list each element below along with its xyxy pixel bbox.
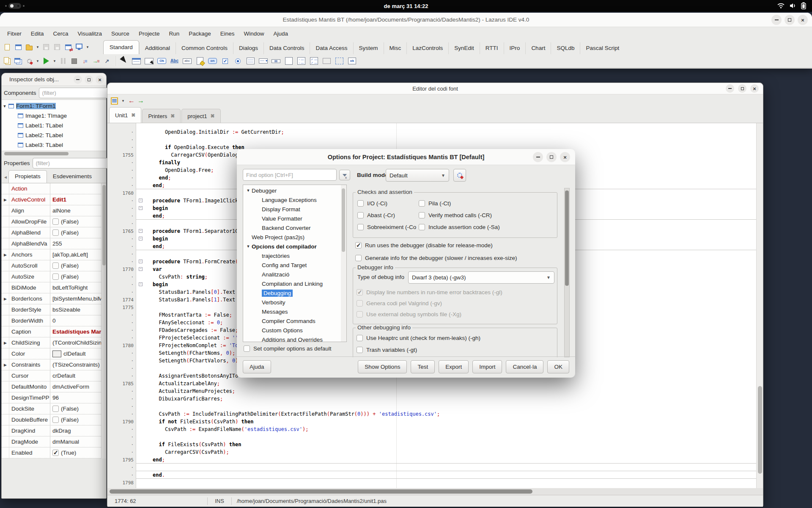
property-row-action[interactable]: Action xyxy=(2,183,106,194)
test-button[interactable]: Test xyxy=(411,360,435,373)
expand-arrow-icon[interactable]: ▶ xyxy=(2,194,9,205)
save-all-icon[interactable] xyxy=(52,41,62,52)
property-row-childsizing[interactable]: ▶ChildSizing(TControlChildSizin xyxy=(2,337,106,348)
palette-checkgroup-icon[interactable]: ✓ —✓ — xyxy=(308,55,320,67)
checkbox-icon[interactable] xyxy=(357,311,363,318)
code-line[interactable]: ·end. xyxy=(107,471,756,479)
palette-scrollbar-icon[interactable] xyxy=(270,55,282,67)
code-line[interactable]: · DibuixarGraficBarres; xyxy=(107,395,756,403)
property-row-alphablend[interactable]: AlphaBlend(False) xyxy=(2,227,106,238)
step-out-icon[interactable]: ↗ xyxy=(102,55,112,66)
property-row-designtimepp[interactable]: DesignTimePP96 xyxy=(2,392,106,403)
palette-tab-common-controls[interactable]: Common Controls xyxy=(176,42,233,54)
options-tree-item-compilation-and-linking[interactable]: Compilation and Linking xyxy=(243,279,346,288)
editor-title-bar[interactable]: Editor del codi font × xyxy=(107,83,763,94)
checkbox-icon[interactable] xyxy=(419,200,425,207)
property-row-cursor[interactable]: CursorcrDefault xyxy=(2,370,106,381)
property-row-constraints[interactable]: ▶Constraints(TSizeConstraints) xyxy=(2,359,106,370)
menu-item-window[interactable]: Window xyxy=(239,29,269,39)
palette-tab-chart[interactable]: Chart xyxy=(525,42,551,54)
options-tree-item-value-formatter[interactable]: Value Formatter xyxy=(243,214,346,223)
property-value[interactable]: [akTop,akLeft] xyxy=(50,251,106,258)
property-row-alphablendva[interactable]: AlphaBlendVa255 xyxy=(2,238,106,249)
property-row-docksite[interactable]: DockSite(False) xyxy=(2,403,106,414)
check-genera-codi-pel-valgrind-gv[interactable]: Genera codi pel Valgrind (-gv) xyxy=(357,300,442,306)
wifi-icon[interactable] xyxy=(777,3,785,9)
activities-indicator[interactable] xyxy=(5,3,25,9)
back-icon[interactable]: ← xyxy=(128,97,135,105)
code-line[interactable]: · xyxy=(107,464,756,471)
property-value[interactable]: (False) xyxy=(50,417,106,423)
ok-button[interactable]: OK xyxy=(547,360,569,373)
property-row-enabled[interactable]: Enabled(True) xyxy=(2,447,106,458)
inspector-tab-esdeveniments[interactable]: Esdeveniments xyxy=(47,171,98,183)
code-line[interactable]: · ActualitzarMenuProjectes; xyxy=(107,387,756,395)
checkbox-icon[interactable] xyxy=(52,273,59,280)
minimize-button[interactable] xyxy=(771,15,782,25)
close-tab-icon[interactable]: ✖ xyxy=(211,113,215,119)
find-option-input[interactable] xyxy=(243,169,337,181)
show-options-button[interactable]: Show Options xyxy=(358,360,407,373)
checkbox-icon[interactable] xyxy=(52,218,59,225)
options-tree-item-web-project-pas2js[interactable]: Web Project (pas2js) xyxy=(243,232,346,242)
menu-item-source[interactable]: Source xyxy=(107,29,134,39)
close-button[interactable]: × xyxy=(96,75,104,84)
palette-button-icon[interactable]: Ok xyxy=(156,55,167,67)
checkbox-icon[interactable] xyxy=(419,212,425,218)
palette-radiobutton-icon[interactable] xyxy=(232,55,244,67)
checkbox-icon[interactable] xyxy=(52,262,59,269)
import-button[interactable]: Import xyxy=(472,360,502,373)
inspector-tab-propietats[interactable]: Propietats xyxy=(8,170,47,183)
check-pila-ct[interactable]: Pila (-Ct) xyxy=(419,200,451,207)
code-line[interactable]: · CarregarCSV(CsvPath); xyxy=(107,448,756,456)
tree-item-label1-tlabel[interactable]: Label1: TLabel xyxy=(2,121,106,130)
property-value[interactable]: 96 xyxy=(50,395,106,401)
palette-listbox-icon[interactable] xyxy=(245,55,256,67)
options-tree-item-config-and-target[interactable]: Config and Target xyxy=(243,260,346,270)
options-tree-item-opcions-del-compilador[interactable]: ▼Opcions del compilador xyxy=(243,242,346,251)
checkbox-icon[interactable] xyxy=(357,289,363,295)
options-tree-item-additions-and-overrides[interactable]: Additions and Overrides xyxy=(243,335,346,342)
property-row-bidimode[interactable]: BiDiModebdLeftToRight xyxy=(2,282,106,293)
property-value[interactable]: 255 xyxy=(50,240,106,247)
filter-button[interactable] xyxy=(339,170,350,180)
maximize-button[interactable] xyxy=(85,75,93,84)
palette-panel-icon[interactable] xyxy=(321,55,332,67)
property-value[interactable]: bsSizeable xyxy=(50,306,106,313)
options-tree-item-language-exceptions[interactable]: Language Exceptions xyxy=(243,195,346,204)
palette-groupbox-icon[interactable] xyxy=(283,55,294,67)
clock[interactable]: de març 31 14:22 xyxy=(384,3,428,9)
property-row-borderstyle[interactable]: BorderStylebsSizeable xyxy=(2,304,106,315)
tab-scroll-left-icon[interactable]: ◄ xyxy=(3,175,8,183)
build-dropdown-icon[interactable]: ▾ xyxy=(35,55,40,66)
check-run-uses-the-debugger-disable-for-release-mode[interactable]: Run uses the debugger (disable for relea… xyxy=(355,242,493,248)
palette-tab-ipro[interactable]: IPro xyxy=(504,42,526,54)
code-line[interactable]: · CsvPath := ExpandFileName('estadistiqu… xyxy=(107,425,756,433)
property-value[interactable]: dkDrag xyxy=(50,428,106,434)
tree-item-form1-tform1[interactable]: ▼Form1: TForm1 xyxy=(2,101,106,111)
property-row-dragmode[interactable]: DragModedmManual xyxy=(2,436,106,447)
palette-radiogroup-icon[interactable]: ◦ —◦ — xyxy=(296,55,307,67)
palette-popupmenu-icon[interactable] xyxy=(143,55,155,67)
property-row-autosize[interactable]: AutoSize(False) xyxy=(2,271,106,282)
palette-tab-standard[interactable]: Standard xyxy=(103,40,139,54)
run-icon[interactable] xyxy=(41,55,51,66)
checkbox-icon[interactable] xyxy=(52,406,59,412)
volume-icon[interactable] xyxy=(790,3,796,9)
maximize-button[interactable] xyxy=(546,152,557,162)
property-value[interactable]: bdLeftToRight xyxy=(50,284,106,291)
palette-frame-icon[interactable] xyxy=(334,55,345,67)
property-value[interactable]: (False) xyxy=(50,218,106,225)
palette-mainmenu-icon[interactable] xyxy=(131,55,142,67)
checkbox-icon[interactable] xyxy=(357,347,363,353)
palette-tab-dialogs[interactable]: Dialogs xyxy=(233,42,263,54)
stop-icon[interactable] xyxy=(69,55,79,66)
checkbox-icon[interactable] xyxy=(355,242,362,248)
menu-item-visualitza[interactable]: Visualitza xyxy=(73,29,107,39)
palette-tab-misc[interactable]: Misc xyxy=(384,42,407,54)
close-button[interactable]: × xyxy=(750,84,759,93)
close-button[interactable]: × xyxy=(798,15,808,25)
checkbox-icon[interactable] xyxy=(357,212,364,218)
palette-tab-data-access[interactable]: Data Access xyxy=(310,42,353,54)
save-icon[interactable] xyxy=(41,41,51,52)
